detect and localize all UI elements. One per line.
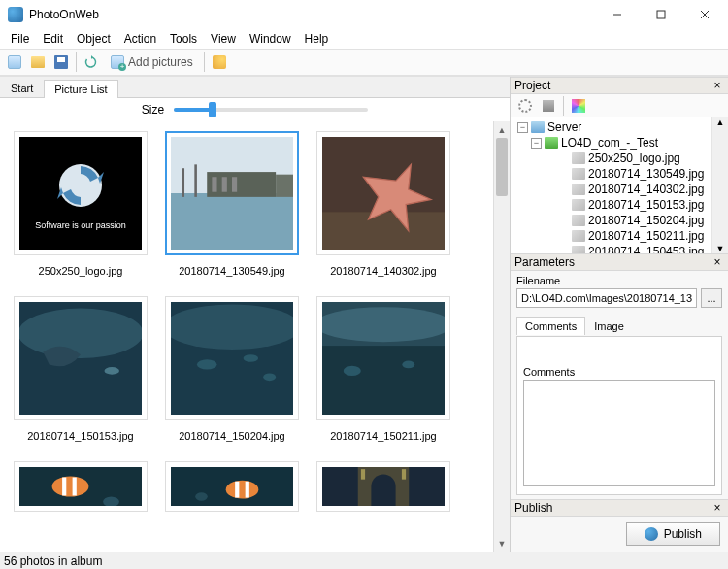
project-theme-icon[interactable] <box>568 95 589 117</box>
publish-button[interactable]: Publish <box>626 522 720 546</box>
parameters-close-icon[interactable]: × <box>711 255 724 269</box>
tab-start[interactable]: Start <box>0 79 44 97</box>
project-server-icon[interactable] <box>538 95 559 117</box>
tree-file-node[interactable]: 20180714_130549.jpg <box>511 166 728 182</box>
tab-image[interactable]: Image <box>585 317 633 335</box>
publish-header-label: Publish <box>514 501 552 515</box>
thumbnail-item[interactable]: 20180714_130549.jpg <box>165 131 299 277</box>
open-icon[interactable] <box>27 51 49 73</box>
project-close-icon[interactable]: × <box>711 79 724 92</box>
project-header-label: Project <box>514 79 550 92</box>
tree-file-node[interactable]: 250x250_logo.jpg <box>511 151 728 166</box>
tree-file-node[interactable]: 20180714_150211.jpg <box>511 228 728 244</box>
tree-file-node[interactable]: 20180714_140302.jpg <box>511 182 728 197</box>
tree-node-label: LO4D_com_-_Test <box>561 136 658 150</box>
new-icon[interactable] <box>4 51 25 73</box>
menu-item-edit[interactable]: Edit <box>36 30 70 48</box>
tab-comments[interactable]: Comments <box>516 317 585 335</box>
scroll-up-icon[interactable]: ▲ <box>712 117 728 127</box>
thumbnail-frame[interactable] <box>316 131 450 255</box>
save-icon[interactable] <box>50 51 72 73</box>
tab-picture-list[interactable]: Picture List <box>44 80 117 98</box>
tree-img-icon <box>572 168 585 180</box>
tree-file-node[interactable]: 20180714_150153.jpg <box>511 197 728 213</box>
menu-item-window[interactable]: Window <box>243 30 298 48</box>
tree-img-icon <box>572 152 585 164</box>
thumbnail-item[interactable] <box>316 461 450 512</box>
svg-rect-10 <box>276 175 293 197</box>
menu-item-view[interactable]: View <box>204 30 243 48</box>
thumbnail-frame[interactable] <box>165 131 299 255</box>
comments-textarea[interactable] <box>523 380 715 486</box>
minimize-button[interactable] <box>595 1 639 28</box>
thumbnail-frame[interactable]: Software is our passion <box>14 131 148 255</box>
tree-scrollbar[interactable]: ▲ ▼ <box>711 117 728 253</box>
app-icon <box>8 7 23 22</box>
svg-rect-12 <box>222 177 227 191</box>
left-pane: Start Picture List Size Software is our … <box>0 77 510 552</box>
add-pictures-button[interactable]: + Add pictures <box>104 51 200 73</box>
refresh-icon[interactable] <box>81 51 102 73</box>
thumbnail-image <box>171 137 293 250</box>
tree-server-node[interactable]: −Server <box>511 119 728 135</box>
menu-item-object[interactable]: Object <box>70 30 117 48</box>
menu-item-file[interactable]: File <box>4 30 36 48</box>
close-button[interactable] <box>682 1 726 28</box>
scroll-down-icon[interactable]: ▼ <box>494 535 510 552</box>
main-tabs: Start Picture List <box>0 77 510 98</box>
tree-node-label: 20180714_150211.jpg <box>588 229 704 243</box>
filename-input[interactable] <box>516 288 697 308</box>
tree-album-node[interactable]: −LO4D_com_-_Test <box>511 135 728 151</box>
add-pictures-label: Add pictures <box>128 55 193 69</box>
svg-point-40 <box>195 492 208 500</box>
browse-button[interactable]: ... <box>701 288 722 308</box>
svg-rect-1 <box>657 11 665 18</box>
thumbnail-frame[interactable] <box>14 461 148 512</box>
menu-item-action[interactable]: Action <box>117 30 163 48</box>
publish-close-icon[interactable]: × <box>711 501 724 515</box>
size-slider[interactable] <box>174 108 368 112</box>
thumbnail-item[interactable]: Software is our passion250x250_logo.jpg <box>14 131 148 277</box>
thumbnail-scrollbar[interactable]: ▲ ▼ <box>493 121 510 552</box>
project-tree[interactable]: −Server−LO4D_com_-_Test250x250_logo.jpg2… <box>511 117 728 253</box>
thumbnail-caption: 20180714_140302.jpg <box>330 265 437 277</box>
tree-file-node[interactable]: 20180714_150453.jpg <box>511 244 728 253</box>
svg-rect-47 <box>361 469 365 480</box>
thumbnail-item[interactable]: 20180714_150204.jpg <box>165 296 299 442</box>
project-settings-icon[interactable] <box>514 95 536 117</box>
svg-rect-14 <box>182 168 184 197</box>
wizard-icon[interactable] <box>209 51 230 73</box>
tree-file-node[interactable]: 20180714_150204.jpg <box>511 213 728 228</box>
separator <box>204 52 205 72</box>
project-panel-header: Project × <box>511 77 728 94</box>
tree-node-label: Server <box>547 120 581 134</box>
tree-img-icon <box>572 215 585 226</box>
status-text: 56 photos in album <box>4 554 102 568</box>
scroll-down-icon[interactable]: ▼ <box>712 244 728 253</box>
thumbnail-item[interactable]: 20180714_140302.jpg <box>316 131 450 277</box>
tree-node-label: 20180714_140302.jpg <box>588 183 704 196</box>
thumbnail-frame[interactable] <box>165 461 299 512</box>
comments-tab-content: Comments <box>516 336 722 495</box>
tree-toggle-icon[interactable]: − <box>531 138 542 149</box>
add-icon: + <box>111 55 124 69</box>
tree-img-icon <box>572 199 585 211</box>
thumbnail-item[interactable]: 20180714_150211.jpg <box>316 296 450 442</box>
thumbnail-image <box>322 302 445 415</box>
tree-toggle-icon[interactable]: − <box>517 122 528 133</box>
menu-item-tools[interactable]: Tools <box>163 30 204 48</box>
menu-item-help[interactable]: Help <box>298 30 336 48</box>
scroll-up-icon[interactable]: ▲ <box>494 121 510 138</box>
svg-point-28 <box>322 307 445 342</box>
thumbnail-frame[interactable] <box>14 296 148 420</box>
maximize-button[interactable] <box>639 1 682 28</box>
thumbnail-item[interactable]: 20180714_150153.jpg <box>14 296 148 442</box>
thumbnail-item[interactable] <box>14 461 148 512</box>
thumbnail-frame[interactable] <box>165 296 299 420</box>
thumbnail-frame[interactable] <box>316 296 450 420</box>
publish-icon <box>645 527 658 541</box>
thumbnail-frame[interactable] <box>316 461 450 512</box>
parameters-body: Filename ... Comments Image Comments <box>511 271 728 499</box>
publish-button-label: Publish <box>664 527 702 541</box>
thumbnail-item[interactable] <box>165 461 299 512</box>
